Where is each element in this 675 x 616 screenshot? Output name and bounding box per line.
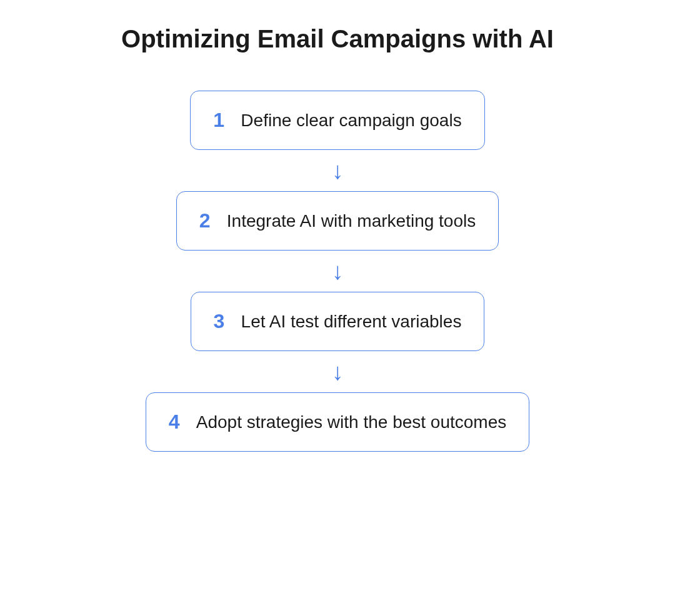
arrow-down-icon: ↓ (332, 360, 344, 384)
step-box-2: 2 Integrate AI with marketing tools (176, 191, 499, 251)
step-box-3: 3 Let AI test different variables (191, 292, 485, 351)
arrow-down-icon: ↓ (332, 159, 344, 182)
arrow-down-icon: ↓ (332, 259, 344, 283)
step-number: 2 (199, 209, 213, 232)
flow-diagram: 1 Define clear campaign goals ↓ 2 Integr… (146, 91, 530, 452)
page-title: Optimizing Email Campaigns with AI (121, 25, 554, 53)
step-text: Define clear campaign goals (241, 111, 461, 131)
step-box-4: 4 Adopt strategies with the best outcome… (146, 392, 530, 452)
step-text: Let AI test different variables (241, 312, 462, 332)
step-box-1: 1 Define clear campaign goals (190, 91, 484, 150)
step-text: Adopt strategies with the best outcomes (196, 412, 507, 432)
step-text: Integrate AI with marketing tools (227, 211, 476, 231)
step-number: 4 (169, 410, 182, 434)
step-number: 1 (213, 109, 227, 132)
step-number: 3 (214, 310, 228, 333)
